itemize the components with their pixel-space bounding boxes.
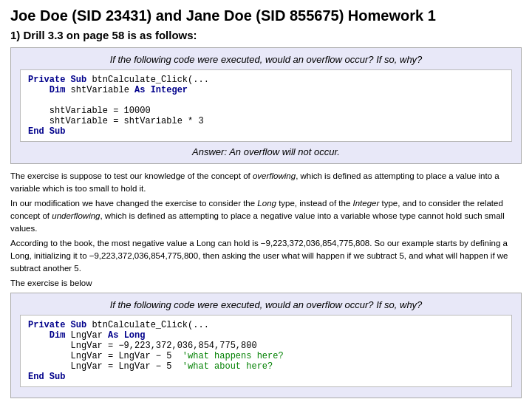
body-paragraph-2: In our modification we have changed the …	[10, 197, 522, 234]
page-title: Joe Doe (SID 23431) and Jane Doe (SID 85…	[10, 7, 522, 24]
question-text-1: If the following code were executed, wou…	[20, 54, 512, 65]
question-text-2: If the following code were executed, wou…	[20, 299, 512, 310]
answer-text-1: Answer: An overflow will not occur.	[20, 146, 512, 157]
body-paragraph-4: The exercise is below	[10, 277, 522, 290]
body-paragraph-3: According to the book, the most negative…	[10, 237, 522, 274]
question-box-2: If the following code were executed, wou…	[10, 293, 522, 398]
question-box-1: If the following code were executed, wou…	[10, 47, 522, 164]
body-paragraph-1: The exercise is suppose to test our know…	[10, 170, 522, 194]
code-block-1: Private Sub btnCalculate_Click(... Dim s…	[20, 69, 512, 142]
code-block-2: Private Sub btnCalculate_Click(... Dim L…	[20, 315, 512, 387]
drill-label: 1) Drill 3.3 on page 58 is as follows:	[10, 29, 522, 41]
